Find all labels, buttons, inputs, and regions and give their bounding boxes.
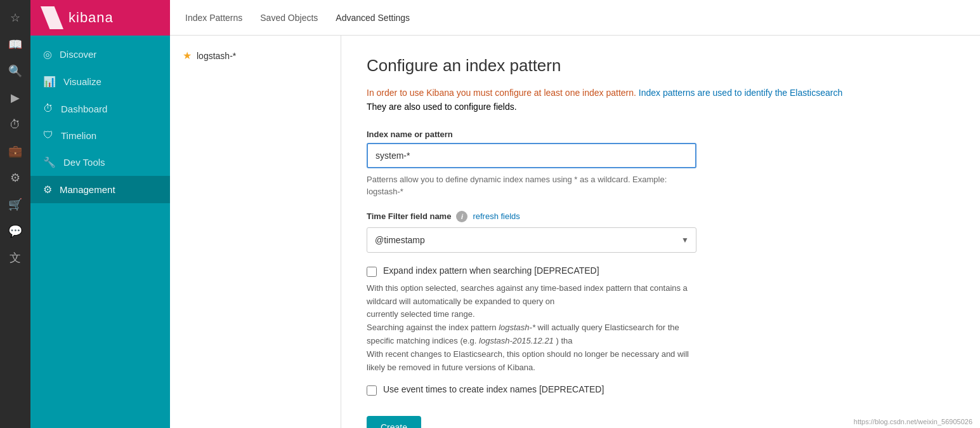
devtools-label: Dev Tools [63, 157, 105, 168]
sidebar-logo: kibana [30, 0, 170, 36]
icon-sidebar: ☆ 📖 🔍 ▶ ⏱ 💼 ⚙ 🛒 💬 文 [0, 0, 30, 428]
index-name-label: Index name or pattern [367, 130, 696, 139]
intro-blue: Index patterns are used to identify the … [639, 88, 842, 98]
refresh-fields-link[interactable]: refresh fields [473, 211, 519, 221]
timestamp-select-wrapper: @timestamp ▼ [367, 227, 696, 253]
top-nav: Index Patterns Saved Objects Advanced Se… [170, 0, 980, 36]
kibana-logo-text: kibana [69, 10, 114, 26]
event-times-checkbox[interactable] [367, 385, 377, 396]
intro-orange: In order to use Kibana you must configur… [367, 88, 636, 98]
visualize-label: Visualize [63, 76, 101, 87]
expand-desc4: With recent changes to Elasticsearch, th… [367, 349, 689, 372]
gear-sidebar-icon[interactable]: ⚙ [3, 165, 28, 191]
expand-checkbox-row: Expand index pattern when searching [DEP… [367, 265, 696, 277]
dashboard-label: Dashboard [61, 104, 107, 114]
sidebar-item-timelion[interactable]: 🛡 Timelion [30, 122, 170, 149]
time-filter-row: Time Filter field name i refresh fields [367, 211, 696, 222]
translate-sidebar-icon[interactable]: 文 [3, 245, 28, 271]
expand-desc3d: ) tha [554, 336, 573, 345]
management-label: Management [60, 184, 115, 195]
bottom-url: https://blog.csdn.net/weixin_56905026 [854, 418, 972, 425]
event-times-checkbox-row: Use event times to create index names [D… [367, 384, 696, 396]
expand-desc1: With this option selected, searches agai… [367, 283, 688, 306]
form-section: Index name or pattern Patterns allow you… [367, 130, 696, 428]
intro-blue2: They are also used to configure fields. [367, 102, 517, 112]
sidebar-item-visualize[interactable]: 📊 Visualize [30, 68, 170, 95]
index-name-input[interactable] [367, 143, 696, 168]
expand-desc2: currently selected time range. [367, 309, 475, 319]
discover-icon: ◎ [43, 48, 52, 60]
visualize-icon: 📊 [43, 76, 56, 88]
time-filter-group: Time Filter field name i refresh fields … [367, 211, 696, 253]
nav-saved-objects[interactable]: Saved Objects [260, 10, 318, 25]
wildcard-help-text: Patterns allow you to define dynamic ind… [367, 175, 667, 197]
nav-advanced-settings[interactable]: Advanced Settings [336, 10, 410, 25]
star-sidebar-icon[interactable]: ☆ [3, 5, 28, 30]
info-icon[interactable]: i [456, 211, 467, 222]
management-icon: ⚙ [43, 184, 52, 196]
expand-checkbox-label[interactable]: Expand index pattern when searching [DEP… [383, 265, 599, 276]
sidebar-item-discover[interactable]: ◎ Discover [30, 41, 170, 68]
expand-italic2: logstash-2015.12.21 [479, 336, 554, 345]
main-content: ★ logstash-* Configure an index pattern … [170, 36, 980, 428]
sidebar-nav: ◎ Discover 📊 Visualize ⏱ Dashboard 🛡 Tim… [30, 36, 170, 203]
sidebar-item-dashboard[interactable]: ⏱ Dashboard [30, 95, 170, 122]
star-icon: ★ [183, 50, 192, 62]
event-times-checkbox-group: Use event times to create index names [D… [367, 384, 696, 396]
main-sidebar: kibana ◎ Discover 📊 Visualize ⏱ Dashboar… [30, 0, 170, 428]
expand-italic1: logstash-* [499, 323, 535, 332]
time-filter-label: Time Filter field name [367, 211, 451, 221]
discover-label: Discover [60, 49, 96, 60]
sidebar-item-devtools[interactable]: 🔧 Dev Tools [30, 149, 170, 176]
expand-checkbox[interactable] [367, 267, 377, 277]
expand-checkbox-group: Expand index pattern when searching [DEP… [367, 265, 696, 375]
timelion-label: Timelion [61, 130, 96, 141]
play-sidebar-icon[interactable]: ▶ [3, 85, 28, 110]
expand-description: With this option selected, searches agai… [367, 282, 696, 375]
sidebar-item-management[interactable]: ⚙ Management [30, 176, 170, 203]
left-panel: ★ logstash-* [170, 36, 341, 428]
book-sidebar-icon[interactable]: 📖 [3, 32, 28, 57]
briefcase-sidebar-icon[interactable]: 💼 [3, 138, 28, 164]
devtools-icon: 🔧 [43, 156, 56, 168]
nav-index-patterns[interactable]: Index Patterns [185, 10, 242, 25]
cart-sidebar-icon[interactable]: 🛒 [3, 192, 28, 217]
timelion-icon: 🛡 [43, 130, 53, 141]
expand-desc3: Searching against the index pattern [367, 323, 499, 332]
intro-text: In order to use Kibana you must configur… [367, 86, 938, 114]
create-button[interactable]: Create [367, 416, 421, 428]
kibana-logo-shape [41, 6, 63, 29]
clock-sidebar-icon[interactable]: ⏱ [3, 112, 28, 137]
wildcard-help: Patterns allow you to define dynamic ind… [367, 173, 696, 198]
dashboard-icon: ⏱ [43, 103, 53, 114]
index-name-group: Index name or pattern Patterns allow you… [367, 130, 696, 198]
timestamp-select[interactable]: @timestamp [367, 227, 696, 253]
content-area: Index Patterns Saved Objects Advanced Se… [170, 0, 980, 428]
right-panel: Configure an index pattern In order to u… [341, 36, 980, 428]
index-pattern-logstash[interactable]: ★ logstash-* [170, 43, 341, 68]
chat-sidebar-icon[interactable]: 💬 [3, 218, 28, 244]
event-times-label[interactable]: Use event times to create index names [D… [383, 384, 604, 394]
search-sidebar-icon[interactable]: 🔍 [3, 58, 28, 84]
index-pattern-label: logstash-* [197, 51, 236, 61]
page-title: Configure an index pattern [367, 56, 955, 76]
